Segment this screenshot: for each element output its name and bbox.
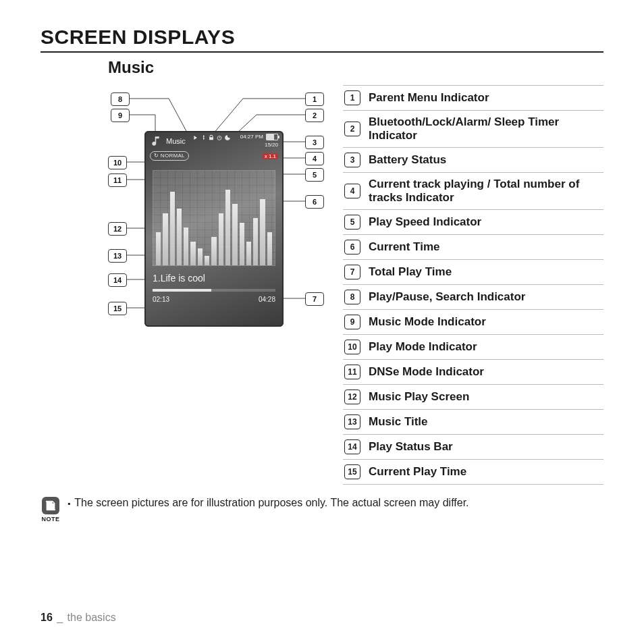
legend-row: 12Music Play Screen <box>343 385 603 410</box>
track-title: 1.Life is cool <box>153 273 275 284</box>
legend-label: Current Time <box>369 240 440 254</box>
legend-label: Play Mode Indicator <box>369 340 477 354</box>
track-counter: 15/20 <box>265 142 278 149</box>
callout-5: 5 <box>305 168 324 182</box>
callout-15: 15 <box>108 302 127 315</box>
dnse-indicator: ↻ NORMAL <box>150 151 189 161</box>
legend-number: 6 <box>344 240 360 254</box>
section-heading: SCREEN DISPLAYS <box>41 26 603 49</box>
legend-label: Total Play Time <box>369 265 452 279</box>
page-footer: 16 _ the basics <box>41 612 116 624</box>
legend-number: 2 <box>344 122 360 136</box>
legend-label: Play Status Bar <box>369 440 453 454</box>
callout-12: 12 <box>108 222 127 236</box>
legend-row: 15Current Play Time <box>343 460 603 485</box>
legend-number: 3 <box>344 153 360 167</box>
note-text: ▪The screen pictures are for illustratio… <box>68 497 469 509</box>
legend-label: Current Play Time <box>369 465 466 479</box>
note-row: NOTE ▪The screen pictures are for illust… <box>41 497 603 522</box>
status-icon-row <box>192 134 231 141</box>
play-indicator-icon <box>192 134 198 141</box>
callout-2: 2 <box>305 109 324 122</box>
callout-10: 10 <box>108 156 127 169</box>
callout-4: 4 <box>305 152 324 165</box>
legend-label: Music Title <box>369 415 428 429</box>
visualizer <box>153 170 275 266</box>
legend-label: Play/Pause, Search Indicator <box>369 290 525 304</box>
device-screen: Music 04:27 PM 15/20 ↻ NORMAL x 1.1 <box>144 131 284 327</box>
legend-row: 7Total Play Time <box>343 260 603 285</box>
clock-text: 04:27 PM <box>240 134 263 140</box>
note-icon <box>42 497 59 514</box>
legend-row: 5Play Speed Indicator <box>343 210 603 235</box>
legend-label: Music Mode Indicator <box>369 315 486 329</box>
legend-label: Parent Menu Indicator <box>369 91 489 105</box>
legend-label: Play Speed Indicator <box>369 215 481 229</box>
legend-row: 2Bluetooth/Lock/Alarm/ Sleep Timer Indic… <box>343 111 603 148</box>
bluetooth-icon <box>200 134 207 141</box>
legend-number: 15 <box>344 464 360 479</box>
legend-label: Music Play Screen <box>369 390 469 404</box>
battery-icon <box>266 134 278 140</box>
legend-number: 12 <box>344 390 360 404</box>
legend-label: Current track playing / Total number of … <box>369 178 602 205</box>
callout-14: 14 <box>108 273 127 287</box>
callout-3: 3 <box>305 136 324 149</box>
legend-number: 1 <box>344 90 360 105</box>
legend-table: 1Parent Menu Indicator2Bluetooth/Lock/Al… <box>343 85 603 485</box>
legend-number: 4 <box>344 184 360 198</box>
legend-number: 13 <box>344 414 360 429</box>
legend-row: 14Play Status Bar <box>343 435 603 460</box>
elapsed-time: 02:13 <box>153 296 169 303</box>
progress-bar <box>153 289 275 292</box>
callout-13: 13 <box>108 249 127 263</box>
page-number: 16 <box>41 612 53 623</box>
callout-8: 8 <box>111 92 130 106</box>
music-mode-icon <box>150 135 163 147</box>
alarm-icon <box>216 134 223 141</box>
mode-label: Music <box>166 137 186 145</box>
sleep-timer-icon <box>224 134 231 141</box>
device-diagram: Music 04:27 PM 15/20 ↻ NORMAL x 1.1 <box>108 85 324 369</box>
subsection-heading: Music <box>108 58 603 77</box>
legend-number: 10 <box>344 340 360 354</box>
callout-9: 9 <box>111 109 130 122</box>
lock-icon <box>208 134 215 141</box>
legend-number: 8 <box>344 290 360 304</box>
section-rule <box>41 51 603 53</box>
legend-row: 10Play Mode Indicator <box>343 335 603 360</box>
legend-row: 9Music Mode Indicator <box>343 310 603 335</box>
note-label: NOTE <box>41 516 59 522</box>
legend-label: DNSe Mode Indicator <box>369 365 484 379</box>
legend-number: 11 <box>344 365 360 379</box>
legend-number: 5 <box>344 215 360 230</box>
callout-11: 11 <box>108 173 127 187</box>
legend-row: 6Current Time <box>343 235 603 260</box>
legend-number: 7 <box>344 265 360 279</box>
callout-6: 6 <box>305 195 324 209</box>
legend-row: 3Battery Status <box>343 148 603 173</box>
callout-1: 1 <box>305 92 324 106</box>
legend-row: 1Parent Menu Indicator <box>343 85 603 111</box>
total-time: 04:28 <box>259 296 275 303</box>
legend-label: Battery Status <box>369 153 446 167</box>
callout-7: 7 <box>305 292 324 306</box>
legend-number: 9 <box>344 315 360 329</box>
chapter-name: the basics <box>68 612 116 623</box>
legend-number: 14 <box>344 439 360 454</box>
legend-row: 4Current track playing / Total number of… <box>343 173 603 210</box>
legend-row: 8Play/Pause, Search Indicator <box>343 285 603 310</box>
legend-row: 11DNSe Mode Indicator <box>343 360 603 385</box>
speed-indicator: x 1.1 <box>263 153 278 159</box>
legend-label: Bluetooth/Lock/Alarm/ Sleep Timer Indica… <box>369 115 602 142</box>
legend-row: 13Music Title <box>343 410 603 435</box>
